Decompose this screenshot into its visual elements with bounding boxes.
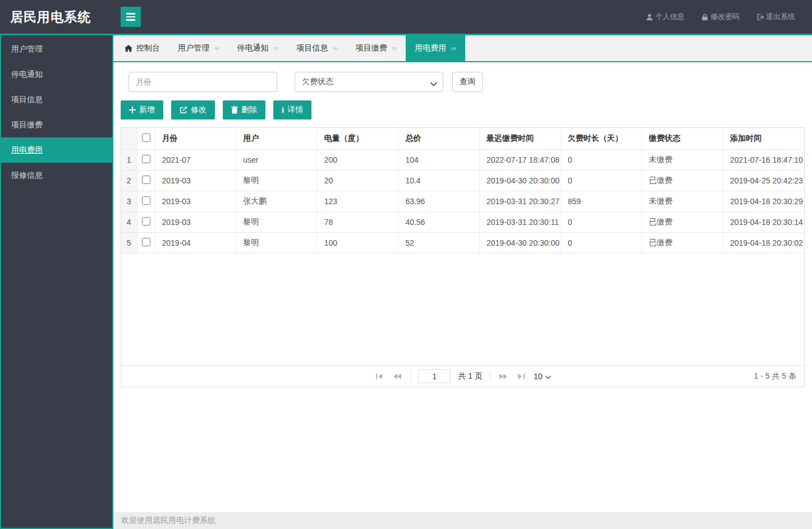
cell-total: 52	[398, 232, 480, 253]
sidebar-item-user-management[interactable]: 用户管理	[1, 36, 112, 62]
table-row[interactable]: 2 2019-03 黎明 20 10.4 2019-04-30 20:30:00…	[121, 170, 804, 191]
cell-total: 10.4	[398, 170, 480, 191]
menu-toggle-button[interactable]	[121, 7, 141, 27]
cell-amount: 123	[317, 191, 398, 211]
row-checkbox[interactable]	[142, 238, 150, 246]
detail-button[interactable]: i 详情	[273, 100, 311, 119]
tab-close-icon[interactable]: ∞	[274, 45, 279, 52]
user-icon	[646, 13, 653, 21]
table-row[interactable]: 4 2019-03 黎明 78 40.56 2019-03-31 20:30:1…	[121, 211, 804, 232]
app-header: 居民用电系统 个人信息 修改密码 退出系统	[0, 0, 812, 34]
row-number-header	[121, 128, 137, 149]
arrears-status-select[interactable]: 欠费状态	[295, 72, 443, 92]
cell-month: 2019-03	[155, 191, 236, 211]
col-amount: 电量（度）	[317, 128, 398, 149]
tab-project-payment[interactable]: 项目缴费 ∞	[347, 35, 406, 61]
toolbar: 新增 修改 删除 i 详情	[121, 100, 805, 119]
change-password-link[interactable]: 修改密码	[701, 12, 740, 22]
tab-electricity-fee[interactable]: 用电费用 ∞	[406, 35, 465, 61]
cell-total: 104	[398, 149, 480, 170]
app-title: 居民用电系统	[0, 8, 113, 26]
sidebar-item-electricity-fee[interactable]: 用电费用	[1, 137, 112, 163]
prev-page-button[interactable]	[392, 372, 403, 381]
row-checkbox[interactable]	[142, 217, 150, 226]
hamburger-icon	[126, 13, 135, 15]
row-checkbox[interactable]	[142, 196, 150, 205]
cell-deadline: 2019-04-30 20:30:00	[480, 232, 561, 253]
cell-overdue-days: 0	[561, 211, 642, 232]
cell-deadline: 2019-03-31 20:30:27	[480, 191, 561, 211]
header-links: 个人信息 修改密码 退出系统	[646, 12, 812, 22]
table-row[interactable]: 5 2019-04 黎明 100 52 2019-04-30 20:30:00 …	[121, 232, 804, 253]
cell-overdue-days: 0	[561, 232, 642, 253]
table-row[interactable]: 3 2019-03 张大鹏 123 63.96 2019-03-31 20:30…	[121, 191, 804, 211]
cell-status: 未缴费	[642, 191, 723, 211]
row-checkbox[interactable]	[142, 155, 150, 163]
sidebar-item-project-info[interactable]: 项目信息	[1, 87, 112, 112]
month-input[interactable]	[129, 72, 277, 92]
cell-total: 63.96	[398, 191, 480, 211]
cell-total: 40.56	[398, 211, 480, 232]
row-checkbox[interactable]	[142, 176, 150, 184]
col-total: 总价	[398, 128, 480, 149]
edit-button[interactable]: 修改	[171, 100, 215, 119]
last-page-button[interactable]	[516, 372, 526, 381]
sidebar-item-repair-info[interactable]: 报修信息	[1, 163, 112, 188]
tab-project-info[interactable]: 项目信息 ∞	[287, 35, 347, 61]
cell-amount: 200	[317, 149, 398, 170]
col-month: 月份	[155, 128, 236, 149]
cell-status: 已缴费	[642, 170, 723, 191]
delete-button[interactable]: 删除	[223, 100, 265, 119]
row-number: 1	[121, 149, 137, 170]
trash-icon	[231, 106, 238, 114]
cell-month: 2019-03	[155, 211, 236, 232]
row-checkbox-cell	[137, 191, 155, 211]
cell-status: 已缴费	[642, 211, 723, 232]
sidebar-item-outage-notice[interactable]: 停电通知	[1, 62, 112, 87]
tab-close-icon[interactable]: ∞	[451, 45, 456, 52]
row-number: 3	[121, 191, 137, 211]
cell-user: 黎明	[236, 232, 318, 253]
cell-user: 黎明	[236, 170, 318, 191]
cell-status: 未缴费	[642, 149, 723, 170]
data-table: 月份 用户 电量（度） 总价 最迟缴费时间 欠费时长（天） 缴费状态 添加时间	[121, 127, 805, 387]
cell-month: 2021-07	[155, 149, 236, 170]
cell-amount: 20	[317, 170, 398, 191]
cell-added-time: 2019-04-25 20:42:23	[723, 170, 804, 191]
record-range-label: 1 - 5 共 5 条	[754, 366, 796, 387]
pager-divider	[410, 371, 411, 381]
cell-added-time: 2021-07-16 18:47:10	[723, 149, 804, 170]
footer-text: 欢迎使用居民用电计费系统	[121, 516, 215, 526]
page-number-input[interactable]	[418, 369, 451, 383]
logout-link[interactable]: 退出系统	[756, 12, 795, 22]
tab-close-icon[interactable]: ∞	[214, 45, 219, 52]
page-size-select[interactable]: 10	[534, 372, 551, 381]
tab-console[interactable]: 控制台	[116, 35, 169, 61]
chevron-down-icon	[545, 372, 551, 381]
select-all-checkbox[interactable]	[142, 134, 150, 142]
cell-added-time: 2019-04-18 20:30:02	[723, 232, 804, 253]
cell-user: 张大鹏	[236, 191, 318, 211]
row-number: 4	[121, 211, 137, 232]
home-icon	[125, 44, 132, 52]
edit-icon	[180, 106, 187, 114]
total-pages-label: 共 1 页	[458, 371, 483, 381]
row-checkbox-cell	[137, 232, 155, 253]
table-row[interactable]: 1 2021-07 user 200 104 2022-07-17 18:47:…	[121, 149, 804, 170]
pager-divider	[490, 371, 490, 381]
add-button[interactable]: 新增	[121, 100, 163, 119]
cell-added-time: 2019-04-18 20:30:14	[723, 211, 804, 232]
col-user: 用户	[236, 128, 318, 149]
tab-outage-notice[interactable]: 停电通知 ∞	[228, 35, 288, 61]
profile-link[interactable]: 个人信息	[646, 12, 685, 22]
cell-status: 已缴费	[642, 232, 723, 253]
search-button[interactable]: 查询	[452, 72, 483, 92]
next-page-button[interactable]	[498, 372, 509, 381]
cell-amount: 100	[317, 232, 398, 253]
tab-close-icon[interactable]: ∞	[392, 45, 397, 52]
tab-user-management[interactable]: 用户管理 ∞	[169, 35, 228, 61]
first-page-button[interactable]	[374, 372, 384, 381]
col-deadline: 最迟缴费时间	[480, 128, 561, 149]
sidebar-item-project-payment[interactable]: 项目缴费	[1, 112, 112, 137]
tab-close-icon[interactable]: ∞	[333, 45, 338, 52]
